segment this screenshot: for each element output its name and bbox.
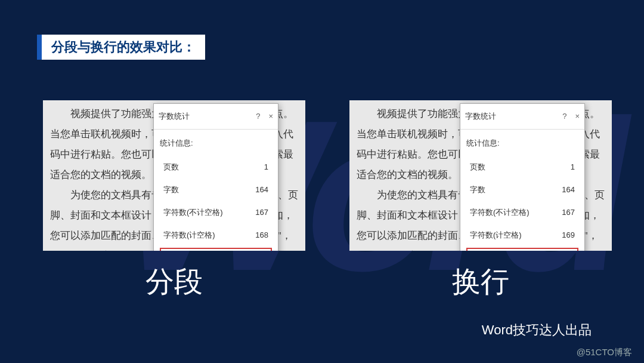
stat-chars-nospace: 字符数(不计空格)167 — [466, 201, 578, 224]
help-icon[interactable]: ? — [562, 106, 566, 127]
highlighted-stats: 段落数1 行8 — [466, 248, 578, 251]
stats-label: 统计信息: — [466, 133, 578, 153]
stat-words: 字数164 — [466, 179, 578, 201]
dialog-title-text: 字数统计 — [465, 106, 496, 127]
right-caption: 换行 — [349, 263, 612, 301]
right-word-count-dialog: 字数统计 ? × 统计信息: 页数1 字数164 字符数(不计空格)167 字符… — [460, 103, 585, 251]
footer-credit: Word技巧达人出品 — [482, 321, 592, 339]
help-icon[interactable]: ? — [256, 106, 260, 127]
left-caption: 分段 — [43, 263, 305, 301]
close-icon[interactable]: × — [268, 106, 273, 127]
stat-chars-space: 字符数(计空格)169 — [466, 224, 578, 247]
stats-label: 统计信息: — [160, 133, 272, 153]
dialog-title-text: 字数统计 — [159, 106, 190, 127]
stat-paragraphs: 段落数2 — [161, 249, 271, 251]
stat-chars-nospace: 字符数(不计空格)167 — [160, 201, 272, 224]
left-example-pane: 视频提供了功能强大的方式帮助您证明您的观点。当您单击联机视频时，可以在想要添加的… — [43, 100, 305, 251]
stat-paragraphs: 段落数1 — [467, 249, 577, 251]
stat-pages: 页数1 — [160, 156, 272, 179]
close-icon[interactable]: × — [575, 106, 580, 127]
stat-pages: 页数1 — [466, 156, 578, 179]
stat-words: 字数164 — [160, 179, 272, 201]
slide-title: 分段与换行的效果对比： — [37, 35, 205, 60]
watermark: @51CTO博客 — [577, 347, 632, 358]
highlighted-stats: 段落数2 行8 — [160, 248, 272, 251]
stat-chars-space: 字符数(计空格)168 — [160, 224, 272, 247]
dialog-titlebar[interactable]: 字数统计 ? × — [460, 104, 584, 130]
right-example-pane: 视频提供了功能强大的方式帮助您证明您的观点。当您单击联机视频时，可以在想要添加的… — [349, 100, 612, 251]
dialog-titlebar[interactable]: 字数统计 ? × — [154, 104, 278, 130]
left-word-count-dialog: 字数统计 ? × 统计信息: 页数1 字数164 字符数(不计空格)167 字符… — [153, 103, 278, 251]
